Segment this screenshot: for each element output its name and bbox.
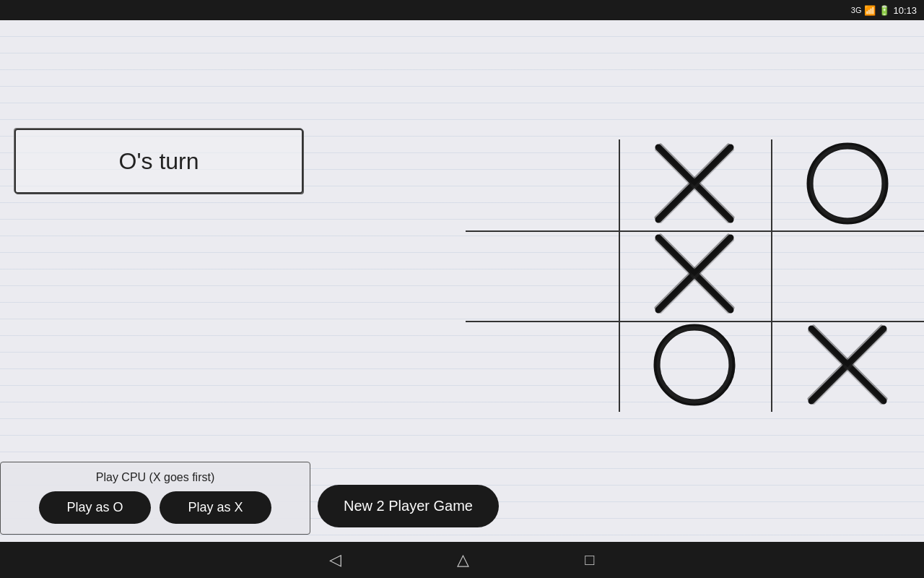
mark-x — [648, 137, 741, 233]
mark-o-2 — [648, 318, 741, 415]
status-icons: 3G 📶 🔋 10:13 — [851, 5, 917, 16]
home-button[interactable]: △ — [457, 551, 469, 569]
mark-x-3 — [801, 318, 894, 415]
battery-icon: 🔋 — [879, 5, 890, 16]
recents-button[interactable]: □ — [585, 551, 594, 569]
cell-1-2[interactable] — [771, 230, 924, 322]
cell-0-1[interactable] — [619, 139, 772, 230]
new-2-player-game-button[interactable]: New 2 Player Game — [318, 485, 499, 527]
cell-2-2[interactable] — [771, 321, 924, 412]
svg-point-7 — [811, 147, 884, 220]
cpu-buttons-group: Play as O Play as X — [12, 491, 298, 524]
cpu-controls: Play CPU (X goes first) Play as O Play a… — [0, 462, 310, 535]
time-display: 10:13 — [893, 5, 917, 16]
back-button[interactable]: ◁ — [329, 551, 341, 569]
game-board — [466, 139, 924, 412]
play-as-o-button[interactable]: Play as O — [39, 491, 151, 524]
status-bar: 3G 📶 🔋 10:13 — [0, 0, 924, 20]
turn-indicator: O's turn — [14, 129, 303, 194]
cell-1-0[interactable] — [466, 230, 619, 322]
nav-bar: ◁ △ □ — [0, 542, 924, 578]
cell-0-2[interactable] — [771, 139, 924, 230]
wifi-signal-icon: 📶 — [864, 5, 876, 16]
cell-2-1[interactable] — [619, 321, 772, 412]
play-as-x-button[interactable]: Play as X — [160, 491, 271, 524]
board-container — [466, 139, 924, 412]
main-content: O's turn — [0, 20, 924, 542]
cell-2-0[interactable] — [466, 321, 619, 412]
turn-text: O's turn — [118, 148, 199, 175]
svg-point-15 — [658, 328, 731, 402]
signal-icon: 3G — [851, 6, 862, 14]
cpu-label: Play CPU (X goes first) — [12, 471, 298, 484]
mark-o — [801, 137, 894, 233]
cell-1-1[interactable] — [619, 230, 772, 322]
cell-0-0[interactable] — [466, 139, 619, 230]
mark-x-2 — [648, 227, 741, 324]
